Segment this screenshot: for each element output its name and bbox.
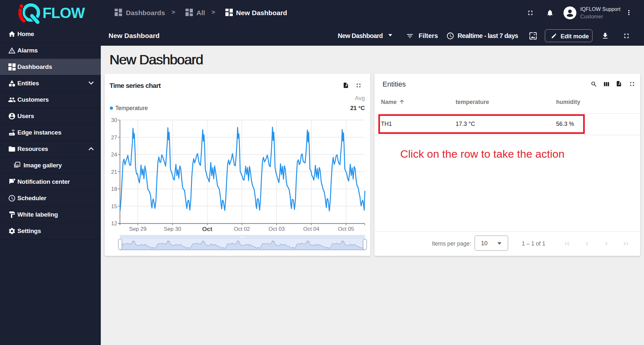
svg-text:12: 12 xyxy=(111,220,117,227)
svg-text:27: 27 xyxy=(111,135,117,141)
svg-text:Oct 03: Oct 03 xyxy=(269,226,285,232)
svg-text:30: 30 xyxy=(111,117,117,123)
svg-text:Oct 02: Oct 02 xyxy=(234,226,250,232)
svg-text:15: 15 xyxy=(111,203,117,210)
svg-text:18: 18 xyxy=(111,186,117,192)
svg-text:Sep 30: Sep 30 xyxy=(164,226,181,232)
svg-text:Oct 05: Oct 05 xyxy=(338,226,354,232)
svg-text:21: 21 xyxy=(111,169,117,175)
svg-text:FLOW: FLOW xyxy=(43,5,85,21)
svg-text:Oct 04: Oct 04 xyxy=(303,226,319,232)
svg-text:Sep 29: Sep 29 xyxy=(129,226,147,232)
svg-text:24: 24 xyxy=(111,152,117,158)
svg-text:Oct: Oct xyxy=(202,226,213,232)
